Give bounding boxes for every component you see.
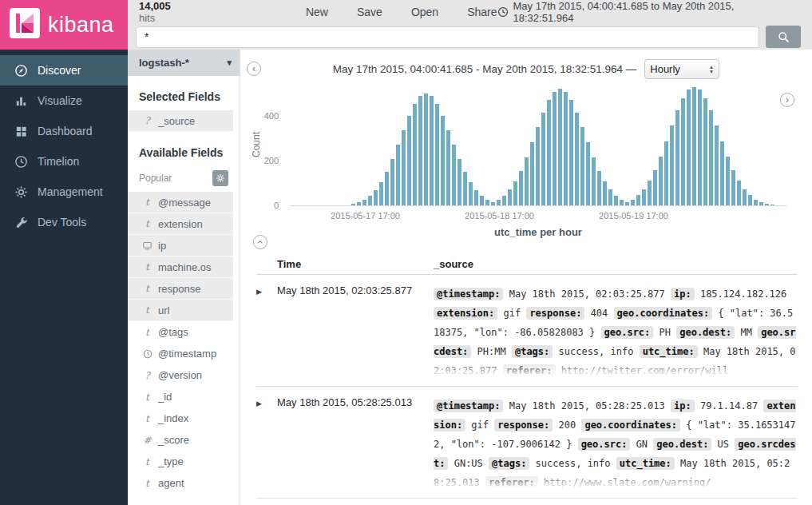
histogram-bar[interactable] [580,127,584,205]
histogram-bar[interactable] [351,204,355,205]
histogram-bar[interactable] [474,190,478,205]
histogram-bar[interactable] [687,89,691,205]
histogram-bar[interactable] [418,96,422,205]
histogram-bar[interactable] [731,170,735,205]
sidebar-item-dashboard[interactable]: Dashboard [0,116,128,146]
histogram-bar[interactable] [586,142,590,205]
histogram-bar[interactable] [759,202,763,205]
collapse-chart-button[interactable]: ‹ [253,235,267,249]
sidebar-item-timelion[interactable]: Timelion [0,146,128,177]
histogram-bar[interactable] [463,172,467,205]
nav-share-link[interactable]: Share [467,6,497,18]
histogram-bar[interactable] [508,189,512,205]
histogram-bar[interactable] [368,196,372,205]
histogram-bar[interactable] [636,195,640,205]
field--score[interactable]: #_score [139,429,228,451]
interval-select[interactable]: Hourly ▲▼ [644,59,719,79]
histogram-bar[interactable] [648,181,652,205]
histogram-bar[interactable] [553,92,557,205]
search-input[interactable] [136,26,759,48]
histogram-bar[interactable] [435,104,439,205]
histogram-bar[interactable] [430,96,434,205]
histogram-bar[interactable] [469,182,473,205]
histogram-bar[interactable] [709,110,713,205]
histogram-bar[interactable] [675,110,679,205]
histogram-bar[interactable] [715,125,719,205]
field--type[interactable]: t_type [139,451,228,472]
histogram-bar[interactable] [748,195,752,205]
histogram-bar[interactable] [558,89,562,205]
nav-open-link[interactable]: Open [411,6,438,18]
kibana-logo-icon[interactable] [10,8,40,42]
histogram-bar[interactable] [480,196,484,205]
histogram-bar[interactable] [743,189,747,205]
column-header-time[interactable]: Time [277,258,434,270]
histogram-bar[interactable] [385,172,389,205]
histogram-bar[interactable] [525,157,529,205]
histogram-bar[interactable] [402,130,406,205]
histogram-bar[interactable] [664,141,668,205]
field-agent[interactable]: tagent [139,472,228,494]
histogram-bar[interactable] [726,157,730,205]
histogram-bar[interactable] [491,202,495,205]
histogram-bar[interactable] [659,157,663,205]
histogram-bar[interactable] [670,125,674,205]
nav-new-link[interactable]: New [306,6,328,18]
histogram-bar[interactable] [536,127,540,205]
field--id[interactable]: t_id [139,386,228,408]
histogram-bar[interactable] [530,142,534,205]
expand-row-button[interactable]: ▶ [256,396,277,491]
histogram-bar[interactable] [519,171,523,205]
field--tags[interactable]: t@tags [139,321,228,343]
histogram-bar[interactable] [575,113,579,205]
histogram-bar[interactable] [485,200,489,205]
histogram-bar[interactable] [631,200,635,205]
histogram-bar[interactable] [396,145,400,205]
histogram-bar[interactable] [497,200,501,205]
sidebar-item-discover[interactable]: Discover [0,55,128,85]
search-button[interactable] [766,26,801,48]
histogram-bar[interactable] [703,98,707,205]
histogram-bar[interactable] [541,113,545,205]
field--version[interactable]: ?@version [139,364,228,386]
histogram-bar[interactable] [754,200,758,205]
histogram-bar[interactable] [597,171,601,205]
histogram-bar[interactable] [625,202,629,205]
histogram-bar[interactable] [362,200,366,205]
histogram-bar[interactable] [357,202,361,205]
field--timestamp[interactable]: @timestamp [139,343,228,364]
field-extension[interactable]: textension [128,213,233,235]
histogram-bar[interactable] [608,189,612,205]
histogram-bar[interactable] [564,92,568,205]
histogram-bar[interactable] [614,196,618,205]
histogram-bar[interactable] [592,157,596,205]
histogram-bar[interactable] [446,130,450,205]
field--index[interactable]: t_index [139,408,228,429]
histogram-bar[interactable] [502,196,506,205]
field--source[interactable]: ?_source [128,110,233,132]
histogram-bar[interactable] [407,116,411,205]
field-ip[interactable]: ip [128,235,233,256]
histogram-bar[interactable] [770,205,774,205]
field--message[interactable]: t@message [128,192,233,213]
field-response[interactable]: tresponse [128,278,233,300]
histogram-bar[interactable] [737,181,741,205]
index-pattern-selector[interactable]: logstash-* ▾ [128,50,240,76]
histogram-bar[interactable] [653,170,657,205]
histogram-bar[interactable] [642,189,646,205]
nav-save-link[interactable]: Save [357,6,382,18]
histogram-bar[interactable] [569,100,573,205]
histogram-bar[interactable] [441,116,445,205]
histogram-bar[interactable] [424,93,428,205]
expand-row-button[interactable]: ▶ [256,284,277,379]
field-settings-button[interactable] [212,170,228,186]
histogram-bar[interactable] [390,159,394,205]
histogram-bar[interactable] [698,89,702,205]
histogram-bar[interactable] [681,98,685,205]
histogram-bar[interactable] [603,181,607,205]
histogram-bar[interactable] [379,182,383,205]
histogram-bar[interactable] [457,159,461,205]
histogram-bar[interactable] [765,204,769,205]
field-url[interactable]: turl [128,300,233,321]
histogram-bar[interactable] [374,190,378,205]
